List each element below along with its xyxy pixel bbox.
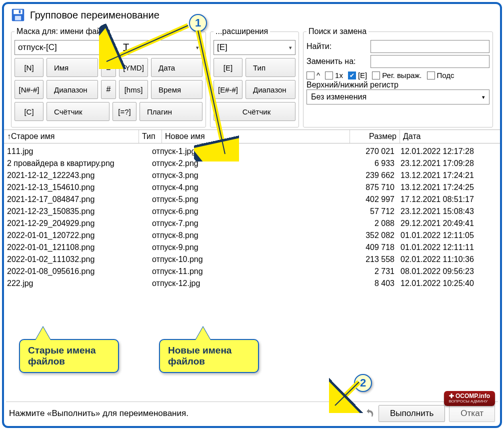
rollback-button[interactable]: Откат (449, 405, 495, 422)
annotation-bubble-1: 1 (189, 14, 207, 32)
case-select[interactable]: Без изменения ▾ (306, 90, 490, 104)
annotation-bubble-2: 2 (354, 374, 372, 392)
caret-checkbox[interactable]: ^ (306, 71, 320, 80)
chevron-down-icon[interactable]: ▾ (289, 44, 292, 51)
cell-size: 409 718 (356, 243, 398, 252)
table-row[interactable]: 222.jpgотпуск-12.jpg8 40312.01.2022 10:2… (4, 278, 500, 290)
extension-mask-legend: ...расширения (214, 27, 270, 36)
cell-old-name: 2021-12-29_204929.png (4, 219, 149, 228)
cell-new-name: отпуск-7.png (149, 219, 356, 228)
table-row[interactable]: 2022-01-01_121108.pngотпуск-9.png409 718… (4, 242, 500, 254)
extension-mask-panel: ...расширения [E] ▾ [E] Тип [E#-#] Диапа… (210, 27, 299, 128)
table-row[interactable]: 2022-01-02_111032.pngотпуск-10.png213 55… (4, 254, 500, 266)
col-old-name[interactable]: ↑Старое имя (4, 130, 139, 143)
search-replace-legend: Поиск и замена (306, 27, 368, 36)
cell-old-name: 2022-01-01_120722.png (4, 231, 149, 240)
cell-new-name: отпуск-4.png (149, 183, 356, 192)
cell-new-name: отпуск-10.png (149, 255, 356, 264)
col-new-name[interactable]: Новое имя (162, 130, 350, 143)
cell-old-name: 2 провайдера в квартиру.png (4, 159, 149, 168)
cell-old-name: 2021-12-13_154610.png (4, 183, 149, 192)
table-row[interactable]: 2021-12-12_122243.pngотпуск-3.png239 662… (4, 170, 500, 182)
cell-date: 23.12.2021 15:08:43 (398, 207, 500, 216)
name-button[interactable]: Имя (46, 58, 98, 77)
replace-input[interactable] (370, 55, 490, 68)
cell-date: 23.12.2021 17:09:28 (398, 159, 500, 168)
plusminus-button[interactable]: ± (101, 58, 116, 77)
titlebar: Групповое переименование (4, 4, 500, 25)
ext-counter-button[interactable]: Счётчик (214, 102, 296, 121)
cell-date: 13.12.2021 17:24:21 (398, 171, 500, 180)
hash-button[interactable]: # (101, 80, 116, 99)
filename-mask-input[interactable]: отпуск-[C] Ꮖ ▾ (14, 40, 202, 55)
counter-tag-button[interactable]: [C] (14, 102, 44, 121)
table-row[interactable]: 2021-12-13_154610.pngотпуск-4.png875 710… (4, 182, 500, 194)
cell-size: 6 933 (356, 159, 398, 168)
name-tag-button[interactable]: [N] (14, 58, 44, 77)
chevron-down-icon[interactable]: ▾ (482, 94, 485, 100)
range-tag-button[interactable]: [N#-#] (14, 80, 44, 99)
regex-checkbox[interactable]: Рег. выраж. (372, 71, 422, 80)
text-cursor-icon: Ꮖ (123, 42, 130, 54)
ymd-tag-button[interactable]: [YMD] (119, 58, 148, 77)
status-bar: Нажмите «Выполнить» для переименования. … (6, 402, 498, 422)
undo-icon[interactable] (364, 408, 374, 419)
date-button[interactable]: Дата (151, 58, 202, 77)
execute-button[interactable]: Выполнить (378, 405, 445, 422)
e-checkbox[interactable]: ✔[E] (348, 71, 367, 80)
table-header: ↑Старое имя Тип Новое имя Размер Дата (4, 130, 500, 144)
table-row[interactable]: 2022-01-01_120722.pngотпуск-8.png352 082… (4, 230, 500, 242)
cell-date: 29.12.2021 20:49:41 (398, 219, 500, 228)
once-checkbox[interactable]: 1x (325, 71, 343, 80)
plus-icon: ✚ (449, 392, 456, 400)
callout-old-names: Старые имена файлов (19, 339, 119, 373)
subst-checkbox[interactable]: Подс (427, 71, 454, 80)
plugin-button[interactable]: Плагин (140, 102, 202, 121)
cell-date: 17.12.2021 08:51:17 (398, 195, 500, 204)
cell-old-name: 2021-12-23_150835.png (4, 207, 149, 216)
window-title: Групповое переименование (30, 10, 160, 21)
find-input[interactable] (370, 40, 490, 53)
table-row[interactable]: 2022-01-08_095616.pngотпуск-11.png2 7310… (4, 266, 500, 278)
plugin-tag-button[interactable]: [=?] (112, 102, 136, 121)
table-row[interactable]: 2021-12-29_204929.pngотпуск-7.png2 08829… (4, 218, 500, 230)
col-size[interactable]: Размер (350, 130, 400, 143)
col-date[interactable]: Дата (400, 130, 500, 143)
table-row[interactable]: 2 провайдера в квартиру.pngотпуск-2.png6… (4, 158, 500, 170)
file-table[interactable]: 111.jpgотпуск-1.jpg270 02112.01.2022 12:… (4, 144, 500, 292)
cell-date: 13.12.2021 17:24:25 (398, 183, 500, 192)
cell-size: 352 082 (356, 231, 398, 240)
extension-mask-input[interactable]: [E] ▾ (214, 40, 296, 55)
case-label: Верхний/нижний регистр (306, 80, 490, 90)
cell-new-name: отпуск-6.png (149, 207, 356, 216)
cell-size: 213 558 (356, 255, 398, 264)
cell-size: 8 403 (356, 279, 398, 288)
cell-new-name: отпуск-5.png (149, 195, 356, 204)
col-type[interactable]: Тип (139, 130, 162, 143)
cell-date: 12.01.2022 12:17:28 (398, 147, 500, 156)
ext-tag-button[interactable]: [E] (214, 58, 242, 77)
cell-size: 402 997 (356, 195, 398, 204)
time-button[interactable]: Время (151, 80, 202, 99)
cell-date: 02.01.2022 11:10:36 (398, 255, 500, 264)
ext-range-tag-button[interactable]: [E#-#] (214, 80, 242, 99)
table-row[interactable]: 2021-12-23_150835.pngотпуск-6.png57 7122… (4, 206, 500, 218)
cell-size: 2 088 (356, 219, 398, 228)
table-row[interactable]: 111.jpgотпуск-1.jpg270 02112.01.2022 12:… (4, 146, 500, 158)
counter-button[interactable]: Счётчик (46, 102, 110, 121)
svg-rect-1 (14, 10, 22, 14)
cell-size: 57 712 (356, 207, 398, 216)
chevron-down-icon[interactable]: ▾ (196, 44, 199, 51)
ext-range-button[interactable]: Диапазон (246, 80, 296, 99)
cell-date: 08.01.2022 09:56:23 (398, 267, 500, 276)
hms-tag-button[interactable]: [hms] (119, 80, 148, 99)
replace-label: Заменить на: (306, 57, 366, 66)
cell-old-name: 2022-01-02_111032.png (4, 255, 149, 264)
table-row[interactable]: 2021-12-17_084847.pngотпуск-5.png402 997… (4, 194, 500, 206)
app-window: Групповое переименование Маска для: имен… (2, 2, 502, 428)
ext-type-button[interactable]: Тип (246, 58, 296, 77)
cell-date: 12.01.2022 10:25:40 (398, 279, 500, 288)
range-button[interactable]: Диапазон (46, 80, 98, 99)
cell-old-name: 2021-12-17_084847.png (4, 195, 149, 204)
cell-old-name: 222.jpg (4, 279, 149, 288)
